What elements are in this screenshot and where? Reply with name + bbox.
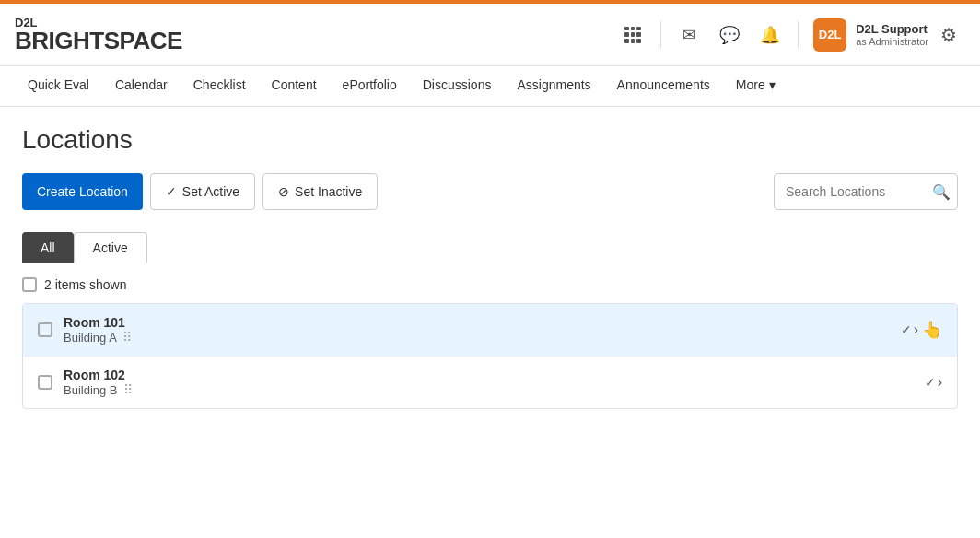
waffle-icon (624, 27, 641, 43)
mail-button[interactable]: ✉ (671, 17, 707, 53)
main-nav: Quick Eval Calendar Checklist Content eP… (0, 66, 980, 107)
page-title: Locations (22, 125, 958, 155)
item-actions-2: ✓ › (925, 374, 942, 391)
row-checkbox-2[interactable] (38, 375, 52, 390)
select-all-checkbox[interactable] (22, 277, 37, 292)
search-area: 🔍 (774, 173, 958, 210)
check-icon: ✓ (166, 184, 177, 199)
locations-list: Room 101 Building A ⠿ ✓ › 👆 Room 102 Bui… (22, 303, 958, 409)
search-input[interactable] (774, 173, 958, 210)
item-name-1: Room 101 (64, 315, 890, 330)
item-sub-text-1: Building A (64, 331, 117, 345)
table-row[interactable]: Room 102 Building B ⠿ ✓ › (23, 357, 957, 408)
waffle-button[interactable] (614, 17, 651, 53)
nav-content[interactable]: Content (259, 66, 330, 107)
bell-button[interactable]: 🔔 (752, 17, 788, 53)
chat-button[interactable]: 💬 (711, 17, 748, 53)
set-inactive-label: Set Inactive (295, 184, 362, 199)
search-button[interactable]: 🔍 (932, 183, 951, 201)
check-arrow-2: ✓ › (925, 374, 942, 391)
item-sub-text-2: Building B (64, 383, 118, 397)
tabs: All Active (22, 232, 958, 263)
set-active-label: Set Active (182, 184, 239, 199)
nav-eportfolio[interactable]: ePortfolio (330, 66, 410, 107)
nav-discussions[interactable]: Discussions (410, 66, 505, 107)
user-info: D2L Support as Administrator (856, 22, 928, 47)
check-arrow-1: ✓ › (901, 322, 918, 338)
item-name-2: Room 102 (64, 368, 914, 382)
toolbar: Create Location ✓ Set Active ⊘ Set Inact… (22, 173, 958, 210)
divider2 (798, 21, 799, 49)
circle-x-icon: ⊘ (278, 184, 289, 199)
nav-assignments[interactable]: Assignments (504, 66, 603, 107)
divider (660, 21, 661, 49)
row-checkbox-1[interactable] (38, 322, 52, 337)
item-actions-1: ✓ › 👆 (901, 320, 942, 340)
header-icons: ✉ 💬 🔔 D2L D2L Support as Administrator ⚙ (614, 17, 965, 53)
check-icon-1: ✓ (901, 322, 912, 337)
chevron-right-icon-2[interactable]: › (938, 374, 942, 391)
tab-all[interactable]: All (22, 232, 74, 263)
item-sub-1: Building A ⠿ (64, 330, 890, 345)
nav-checklist[interactable]: Checklist (181, 66, 259, 107)
search-wrap: 🔍 (774, 173, 958, 210)
nav-calendar[interactable]: Calendar (102, 66, 181, 107)
set-inactive-button[interactable]: ⊘ Set Inactive (262, 173, 378, 210)
items-count-label: 2 items shown (44, 277, 126, 292)
items-count: 2 items shown (22, 277, 958, 292)
nav-announcements[interactable]: Announcements (604, 66, 723, 107)
item-info-1: Room 101 Building A ⠿ (64, 315, 890, 345)
header: D2L BRIGHTSPACE ✉ 💬 🔔 D2L D2L Support as… (0, 4, 980, 66)
user-name: D2L Support (856, 22, 928, 36)
drag-icon-2: ⠿ (123, 382, 133, 397)
nav-quick-eval[interactable]: Quick Eval (15, 66, 102, 107)
settings-button[interactable]: ⚙ (932, 18, 965, 52)
nav-more[interactable]: More ▾ (723, 66, 788, 107)
tab-active[interactable]: Active (74, 232, 147, 263)
table-row[interactable]: Room 101 Building A ⠿ ✓ › 👆 (23, 304, 957, 357)
drag-icon-1: ⠿ (122, 330, 132, 345)
user-role: as Administrator (856, 36, 928, 47)
user-avatar: D2L (813, 18, 846, 52)
item-info-2: Room 102 Building B ⠿ (64, 368, 914, 397)
logo-brightspace: BRIGHTSPACE (15, 29, 182, 53)
chevron-right-icon-1[interactable]: › (914, 322, 918, 338)
logo: D2L BRIGHTSPACE (15, 17, 182, 53)
check-icon-2: ✓ (925, 375, 936, 390)
set-active-button[interactable]: ✓ Set Active (150, 173, 255, 210)
item-sub-2: Building B ⠿ (64, 382, 914, 397)
cursor-icon-1: 👆 (922, 320, 942, 340)
create-location-button[interactable]: Create Location (22, 173, 143, 210)
page-content: Locations Create Location ✓ Set Active ⊘… (0, 107, 980, 427)
